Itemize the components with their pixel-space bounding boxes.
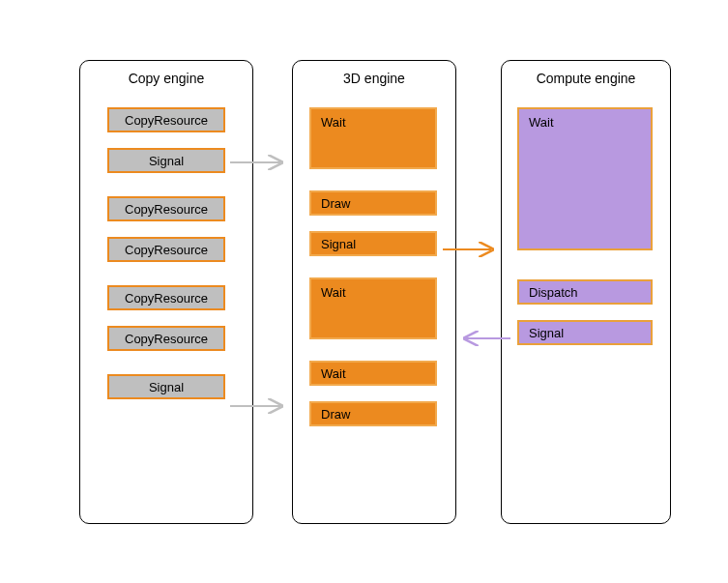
block-label: CopyResource (125, 291, 208, 306)
copy-block-copyresource: CopyResource (107, 326, 225, 351)
engine-compute-title: Compute engine (502, 61, 670, 94)
block-label: Dispatch (529, 285, 578, 300)
engine-3d: 3D engine Wait Draw Signal Wait Wait Dra… (292, 60, 456, 524)
block-label: Wait (321, 285, 346, 300)
copy-block-copyresource: CopyResource (107, 107, 225, 132)
block-label: Signal (321, 237, 356, 251)
copy-block-signal: Signal (107, 148, 225, 173)
block-label: Wait (321, 115, 346, 130)
block-label: CopyResource (125, 202, 208, 217)
engine-3d-title: 3D engine (293, 61, 455, 94)
d3-block-draw: Draw (309, 401, 437, 426)
compute-block-dispatch: Dispatch (517, 279, 653, 305)
engine-copy: Copy engine CopyResource Signal CopyReso… (79, 60, 253, 524)
copy-block-copyresource: CopyResource (107, 196, 225, 221)
block-label: Draw (321, 407, 350, 422)
engine-compute: Compute engine Wait Dispatch Signal (501, 60, 671, 524)
d3-block-wait: Wait (309, 107, 437, 169)
block-label: Wait (529, 115, 554, 130)
d3-block-wait: Wait (309, 277, 437, 339)
compute-block-signal: Signal (517, 320, 653, 345)
block-label: Signal (149, 380, 184, 394)
block-label: Wait (321, 366, 346, 381)
block-label: Draw (321, 196, 350, 211)
compute-block-wait: Wait (517, 107, 653, 250)
block-label: CopyResource (125, 243, 208, 257)
d3-block-draw: Draw (309, 190, 437, 216)
d3-block-wait: Wait (309, 361, 437, 386)
block-label: Signal (529, 326, 564, 340)
copy-block-signal: Signal (107, 374, 225, 399)
block-label: Signal (149, 154, 184, 168)
engine-copy-title: Copy engine (80, 61, 252, 94)
copy-block-copyresource: CopyResource (107, 285, 225, 310)
copy-block-copyresource: CopyResource (107, 237, 225, 262)
d3-block-signal: Signal (309, 231, 437, 256)
block-label: CopyResource (125, 332, 208, 346)
block-label: CopyResource (125, 113, 208, 128)
